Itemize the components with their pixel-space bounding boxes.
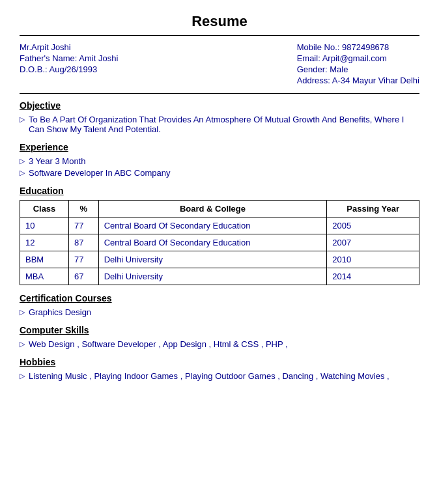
col-class: Class [20,201,69,217]
objective-text: To Be A Part Of Organization That Provid… [29,115,419,134]
experience-title: Experience [20,142,419,152]
cell-board-0: Central Board Of Secondary Education [98,217,327,234]
experience-section: Experience ▷ 3 Year 3 Month ▷ Software D… [20,142,419,178]
computer-skills-title: Computer Skills [20,325,419,335]
cell-board-1: Central Board Of Secondary Education [98,234,327,251]
cell-class-0: 10 [20,217,69,234]
cell-class-3: MBA [20,268,69,285]
cell-year-2: 2010 [327,251,419,268]
table-row: 12 87 Central Board Of Secondary Educati… [20,234,419,251]
hobbies-title: Hobbies [20,357,419,367]
experience-item-1: ▷ Software Developer In ABC Company [20,168,419,178]
bullet-icon-exp0: ▷ [20,157,25,165]
bullet-icon-hob0: ▷ [20,372,25,380]
header-dob: D.O.B.: Aug/26/1993 [20,64,118,74]
table-row: 10 77 Central Board Of Secondary Educati… [20,217,419,234]
cell-percent-1: 87 [68,234,98,251]
experience-item-0: ▷ 3 Year 3 Month [20,156,419,166]
header-gender: Gender: Male [297,64,419,74]
certification-title: Certification Courses [20,293,419,303]
cell-percent-2: 77 [68,251,98,268]
hobbies-text-0: Listening Music , Playing Indoor Games ,… [29,371,389,381]
bullet-icon-exp1: ▷ [20,169,25,177]
experience-text-1: Software Developer In ABC Company [29,168,171,178]
cell-year-3: 2014 [327,268,419,285]
certification-item-0: ▷ Graphics Design [20,307,419,317]
header-section: Mr.Arpit Joshi Father's Name: Amit Joshi… [20,42,419,87]
bottom-divider [20,93,419,94]
header-right: Mobile No.: 9872498678 Email: Arpit@gmai… [297,42,419,87]
bullet-icon-cs0: ▷ [20,340,25,348]
experience-text-0: 3 Year 3 Month [29,156,85,166]
cell-year-0: 2005 [327,217,419,234]
table-row: BBM 77 Delhi University 2010 [20,251,419,268]
header-left: Mr.Arpit Joshi Father's Name: Amit Joshi… [20,42,118,87]
objective-section: Objective ▷ To Be A Part Of Organization… [20,100,419,134]
cell-year-1: 2007 [327,234,419,251]
hobbies-item-0: ▷ Listening Music , Playing Indoor Games… [20,371,419,381]
header-name: Mr.Arpit Joshi [20,42,118,52]
computer-skills-text-0: Web Design , Software Developer , App De… [29,339,288,349]
objective-item: ▷ To Be A Part Of Organization That Prov… [20,115,419,134]
table-row: MBA 67 Delhi University 2014 [20,268,419,285]
header-address: Address: A-34 Mayur Vihar Delhi [297,76,419,85]
education-table: Class % Board & College Passing Year 10 … [20,200,419,285]
col-board: Board & College [98,201,327,217]
bullet-icon: ▷ [20,115,25,124]
cell-percent-0: 77 [68,217,98,234]
col-percent: % [68,201,98,217]
cell-class-2: BBM [20,251,69,268]
computer-skills-section: Computer Skills ▷ Web Design , Software … [20,325,419,349]
header-mobile: Mobile No.: 9872498678 [297,42,419,52]
cell-board-3: Delhi University [98,268,327,285]
objective-title: Objective [20,100,419,111]
certification-section: Certification Courses ▷ Graphics Design [20,293,419,317]
hobbies-section: Hobbies ▷ Listening Music , Playing Indo… [20,357,419,381]
cell-board-2: Delhi University [98,251,327,268]
computer-skills-item-0: ▷ Web Design , Software Developer , App … [20,339,419,349]
cell-class-1: 12 [20,234,69,251]
header-email: Email: Arpit@gmail.com [297,53,419,63]
bullet-icon-cert0: ▷ [20,308,25,316]
education-title: Education [20,186,419,196]
certification-text-0: Graphics Design [29,307,91,317]
table-header-row: Class % Board & College Passing Year [20,201,419,217]
top-divider [20,35,419,36]
page-title: Resume [20,13,419,30]
cell-percent-3: 67 [68,268,98,285]
education-section: Education Class % Board & College Passin… [20,186,419,285]
col-year: Passing Year [327,201,419,217]
header-father: Father's Name: Amit Joshi [20,53,118,63]
